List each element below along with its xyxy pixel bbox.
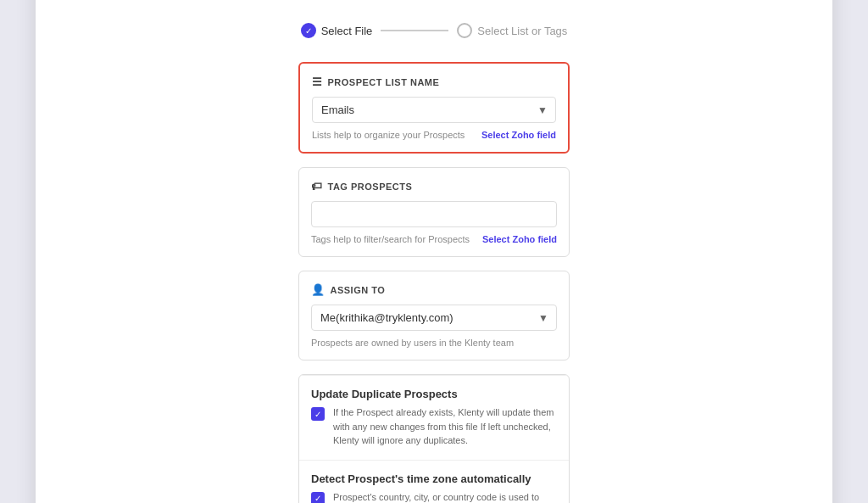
modal-body: ✓ Select File Select List or Tags ☰ PROS… <box>36 0 832 503</box>
duplicate-description: If the Prospect already exists, Klenty w… <box>333 405 557 448</box>
assign-to-select-wrapper: Me(krithika@tryklenty.com) ▼ <box>311 305 557 331</box>
timezone-description: Prospect's country, city, or country cod… <box>333 490 557 503</box>
tag-prospects-section: 🏷 TAG PROSPECTS Tags help to filter/sear… <box>298 167 570 257</box>
prospect-list-dropdown[interactable]: Emails <box>312 97 556 123</box>
select-zoho-field-link-2[interactable]: Select Zoho field <box>482 234 557 244</box>
tag-icon: 🏷 <box>311 180 323 193</box>
timezone-title: Detect Prospect's time zone automaticall… <box>311 472 557 485</box>
tag-input[interactable] <box>311 201 557 227</box>
extra-sections: Update Duplicate Prospects ✓ If the Pros… <box>298 374 570 503</box>
person-icon: 👤 <box>311 283 326 296</box>
steps-bar: ✓ Select File Select List or Tags <box>301 23 568 38</box>
modal-container: ‹ ZOHO Import from Zoho Start Import × ✓… <box>36 0 832 503</box>
select-zoho-field-link-1[interactable]: Select Zoho field <box>481 130 556 140</box>
prospect-list-title: ☰ PROSPECT LIST NAME <box>312 75 556 88</box>
timezone-body: ✓ Prospect's country, city, or country c… <box>311 490 557 503</box>
step-done-icon: ✓ <box>301 23 316 38</box>
step-2-label: Select List or Tags <box>477 25 567 37</box>
tag-hint: Tags help to filter/search for Prospects… <box>311 234 557 244</box>
form-card: ☰ PROSPECT LIST NAME Emails ▼ Lists help… <box>298 62 570 374</box>
assign-to-section: 👤 ASSIGN TO Me(krithika@tryklenty.com) ▼… <box>298 271 570 360</box>
assign-hint: Prospects are owned by users in the Klen… <box>311 338 557 348</box>
assign-to-dropdown[interactable]: Me(krithika@tryklenty.com) <box>311 305 557 331</box>
step-1-label: Select File <box>321 25 373 37</box>
timezone-section: Detect Prospect's time zone automaticall… <box>299 460 569 503</box>
duplicate-body: ✓ If the Prospect already exists, Klenty… <box>311 405 557 448</box>
assign-to-title: 👤 ASSIGN TO <box>311 283 557 296</box>
duplicate-section: Update Duplicate Prospects ✓ If the Pros… <box>299 375 569 460</box>
duplicate-title: Update Duplicate Prospects <box>311 388 557 400</box>
timezone-checkbox[interactable]: ✓ <box>311 492 325 503</box>
step-empty-icon <box>457 23 472 38</box>
list-icon: ☰ <box>312 75 323 88</box>
tag-prospects-title: 🏷 TAG PROSPECTS <box>311 180 557 193</box>
step-select-list: Select List or Tags <box>457 23 567 38</box>
prospect-list-hint: Lists help to organize your Prospects Se… <box>312 130 556 140</box>
prospect-list-section: ☰ PROSPECT LIST NAME Emails ▼ Lists help… <box>298 62 570 154</box>
duplicate-checkbox[interactable]: ✓ <box>311 407 325 421</box>
prospect-list-select-wrapper: Emails ▼ <box>312 97 556 123</box>
step-divider <box>381 30 448 31</box>
step-select-file: ✓ Select File <box>301 23 373 38</box>
